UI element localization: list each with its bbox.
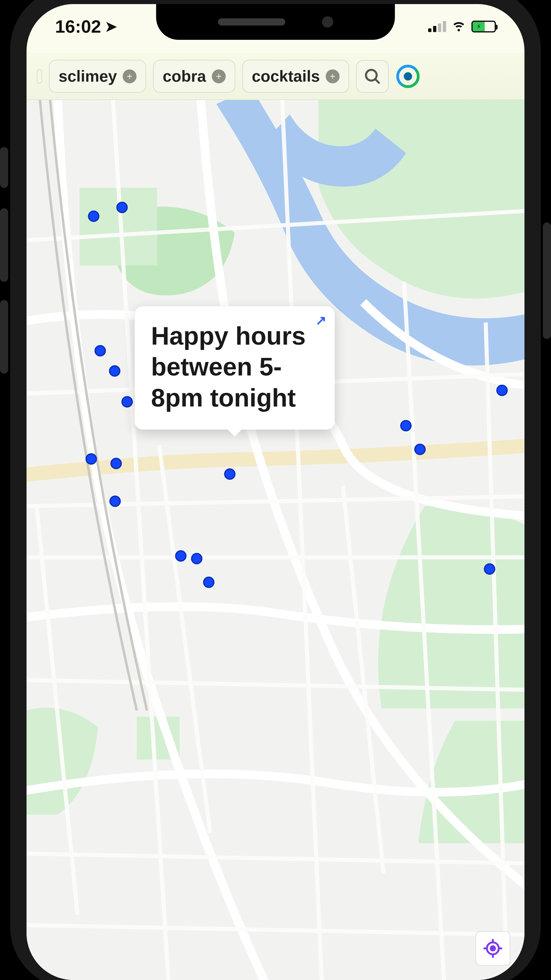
location-icon: ➤: [105, 18, 117, 35]
tag-chip-cocktails[interactable]: cocktails: [242, 60, 349, 93]
map-pin[interactable]: [224, 468, 235, 480]
map-pin[interactable]: [121, 396, 133, 407]
map-pin[interactable]: [400, 420, 411, 431]
expand-icon[interactable]: ↗: [316, 312, 327, 328]
pin-popup[interactable]: ↗ Happy hours be­tween 5-8pm tonight: [135, 306, 335, 430]
locate-me-button[interactable]: [475, 931, 510, 966]
map-pin[interactable]: [110, 458, 122, 469]
clock: 16:02: [55, 16, 101, 37]
tag-label: sclimey: [59, 67, 117, 86]
plus-icon: [326, 69, 340, 83]
plus-icon: [123, 69, 137, 83]
search-button[interactable]: [356, 60, 389, 93]
tag-chip-sclimey[interactable]: sclimey: [49, 60, 146, 93]
map-pin[interactable]: [88, 210, 99, 222]
tag-chip-prev[interactable]: [37, 69, 42, 83]
filter-toolbar: sclimey cobra cocktails: [27, 53, 524, 100]
search-icon: [363, 67, 382, 86]
mute-switch[interactable]: [0, 147, 8, 188]
tag-label: cocktails: [252, 67, 320, 86]
map-canvas[interactable]: ↗ Happy hours be­tween 5-8pm tonight: [27, 100, 524, 980]
crosshair-icon: [483, 938, 503, 959]
map-pin[interactable]: [109, 365, 121, 377]
battery-icon: ⚡︎: [472, 21, 496, 32]
tag-chip-cobra[interactable]: cobra: [153, 60, 235, 93]
popup-text: Happy hours be­tween 5-8pm tonight: [151, 322, 306, 412]
app-logo-icon[interactable]: [396, 64, 420, 89]
volume-up-button[interactable]: [0, 208, 8, 282]
status-bar: 16:02 ➤ ⚡︎: [27, 12, 524, 41]
svg-point-6: [491, 946, 495, 951]
map-pin[interactable]: [203, 577, 214, 588]
volume-down-button[interactable]: [0, 300, 8, 374]
wifi-icon: [451, 18, 466, 35]
map-pin[interactable]: [116, 202, 128, 213]
map-pin[interactable]: [191, 553, 202, 564]
map-pin[interactable]: [110, 495, 121, 507]
map-pin[interactable]: [94, 345, 106, 356]
tag-label: cobra: [163, 67, 206, 86]
power-button[interactable]: [543, 223, 551, 339]
map-pin[interactable]: [414, 444, 426, 455]
map-pin[interactable]: [86, 453, 97, 465]
cellular-icon: [428, 21, 446, 32]
map-pin[interactable]: [484, 563, 495, 575]
map-pin[interactable]: [175, 550, 187, 562]
map-pin[interactable]: [496, 385, 508, 396]
plus-icon: [212, 69, 226, 83]
basemap: [27, 100, 524, 980]
svg-point-2: [404, 72, 412, 80]
